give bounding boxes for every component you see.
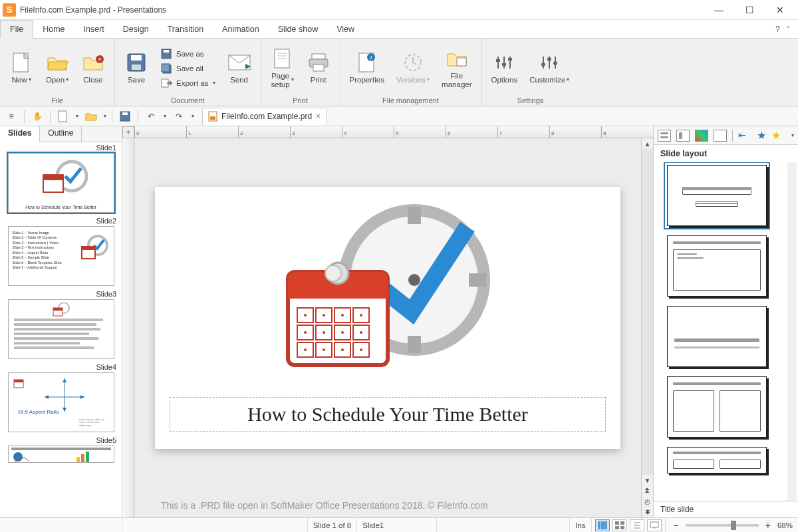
tab-outline[interactable]: Outline <box>40 126 82 142</box>
scroll-down-icon[interactable]: ▼ <box>642 475 653 485</box>
slide-thumb-1[interactable]: Slide1 How to Schedule Your Time Better <box>1 144 120 213</box>
next-slide-icon[interactable]: ⯯ <box>644 507 650 517</box>
customize-button[interactable]: Customize ▾ <box>527 51 572 86</box>
layout-scrollbar[interactable] <box>787 162 797 501</box>
menu-bar: File Home Insert Design Transition Anima… <box>0 20 798 39</box>
status-slide-name: Slide1 <box>357 518 437 532</box>
slide-thumb-2[interactable]: Slide2 Slide 1 – Venue ImageSlide 2 – Ta… <box>1 217 120 286</box>
ruler-origin[interactable]: + <box>122 126 134 138</box>
close-tab-icon[interactable]: × <box>316 112 321 121</box>
svg-point-96 <box>360 348 362 351</box>
ribbon-collapse-icon[interactable]: ˄ <box>787 25 790 33</box>
layout-item-section-header[interactable] <box>667 306 767 367</box>
menu-design[interactable]: Design <box>114 20 158 38</box>
menu-insert[interactable]: Insert <box>74 20 114 38</box>
horizontal-ruler[interactable]: 0123456789 <box>134 126 653 138</box>
ribbon: New▾ Open▾ × Close File Save Save as Sav… <box>0 39 798 106</box>
view-outline-icon[interactable] <box>630 519 644 531</box>
slide-thumb-label: Slide1 <box>1 144 120 153</box>
vertical-scrollbar[interactable]: ▲ ▼ ⯭ ◴ ⯯ <box>641 138 653 517</box>
options-button[interactable]: Options <box>489 51 521 86</box>
status-insert-mode[interactable]: Ins <box>570 518 591 532</box>
menu-transition[interactable]: Transition <box>158 20 213 38</box>
file-manager-button[interactable]: File manager <box>439 47 474 90</box>
document-tab[interactable]: FileInfo.com Example.prd × <box>202 108 327 125</box>
layout-panel-footer: Title slide <box>654 501 798 517</box>
zoom-slider[interactable] <box>686 524 759 527</box>
svg-rect-38 <box>122 112 128 115</box>
slide-title-placeholder[interactable]: How to Schedule Your Time Better <box>170 397 606 432</box>
close-window-button[interactable]: ✕ <box>765 0 795 20</box>
menu-view[interactable]: View <box>327 20 364 38</box>
undo-icon[interactable]: ↶ <box>144 109 158 124</box>
close-doc-button[interactable]: × Close <box>78 51 108 86</box>
zoom-percent[interactable]: 68% <box>777 521 793 529</box>
send-button[interactable]: Send <box>225 51 254 86</box>
minimize-button[interactable]: — <box>704 0 734 20</box>
save-button[interactable]: Save <box>122 51 151 86</box>
save-as-button[interactable]: Save as <box>158 47 218 61</box>
envelope-icon <box>229 52 250 73</box>
ribbon-group-print: Page setup ▾ Print Print <box>261 39 340 106</box>
new-button[interactable]: New▾ <box>7 51 36 86</box>
zoom-out-icon[interactable]: − <box>671 520 682 531</box>
star-blue-icon[interactable]: ★ <box>757 129 766 142</box>
view-normal-icon[interactable] <box>595 519 610 531</box>
layout-item-two-content[interactable] <box>667 376 767 438</box>
redo-icon[interactable]: ↷ <box>172 109 186 124</box>
object-nav-icon[interactable]: ◴ <box>644 496 650 507</box>
view-sorter-icon[interactable] <box>612 519 627 531</box>
layout-tool-2-icon[interactable] <box>676 130 690 142</box>
prev-slide-icon[interactable]: ⯭ <box>644 485 650 496</box>
svg-point-95 <box>341 348 344 351</box>
hamburger-icon[interactable]: ≡ <box>4 109 19 124</box>
slide-thumb-label: Slide5 <box>1 436 120 446</box>
status-slide-count: Slide 1 of 8 <box>308 518 358 532</box>
slide-canvas[interactable]: How to Schedule Your Time Better <box>155 187 620 449</box>
layout-tool-insert-icon[interactable]: ⇤ <box>738 130 751 142</box>
menu-home[interactable]: Home <box>33 20 74 38</box>
hand-tool-icon[interactable]: ✋ <box>30 109 45 124</box>
ribbon-group-label-file: File <box>7 95 108 104</box>
help-icon[interactable]: ? <box>775 25 780 34</box>
save-all-button[interactable]: Save all <box>158 62 218 75</box>
slide-thumb-label: Slide3 <box>1 290 120 299</box>
layout-item-title-content[interactable] <box>667 235 767 297</box>
svg-rect-29 <box>508 58 512 61</box>
menu-file[interactable]: File <box>0 20 33 39</box>
export-as-button[interactable]: Export as ▾ <box>158 76 218 90</box>
svg-rect-66 <box>469 273 486 287</box>
new-doc-icon[interactable] <box>56 109 70 124</box>
layout-item-comparison[interactable] <box>667 447 767 473</box>
layout-tool-blank-icon[interactable] <box>714 130 727 142</box>
page-setup-button[interactable]: Page setup ▾ <box>268 47 297 90</box>
slide-thumb-5[interactable]: Slide5 ⇥ <box>1 436 120 463</box>
maximize-button[interactable]: ☐ <box>734 0 765 20</box>
slide-thumb-3[interactable]: Slide3 <box>1 290 120 359</box>
open-button[interactable]: Open▾ <box>43 51 72 86</box>
print-button[interactable]: Print <box>304 51 333 86</box>
customize-icon <box>539 52 560 73</box>
printer-icon <box>308 52 329 73</box>
layout-item-title-slide[interactable] <box>667 165 767 226</box>
layout-tool-color-icon[interactable] <box>695 130 708 142</box>
menu-slideshow[interactable]: Slide show <box>269 20 327 38</box>
svg-rect-101 <box>615 526 619 529</box>
open-folder-icon[interactable] <box>84 109 98 124</box>
view-slideshow-icon[interactable] <box>647 519 662 531</box>
properties-button[interactable]: i Properties <box>347 51 387 86</box>
vertical-ruler[interactable] <box>122 138 134 517</box>
tab-slides[interactable]: Slides <box>0 126 40 142</box>
slide-artwork <box>268 200 507 373</box>
layout-panel-dropdown-icon[interactable]: ▾ <box>791 132 794 138</box>
versions-button[interactable]: Versions ▾ <box>394 51 432 86</box>
star-gold-icon[interactable]: ★ <box>771 129 781 142</box>
scroll-up-icon[interactable]: ▲ <box>642 138 653 149</box>
layout-tool-1-icon[interactable] <box>658 130 671 142</box>
zoom-in-icon[interactable]: + <box>763 520 773 531</box>
svg-point-58 <box>13 452 23 462</box>
menu-animation[interactable]: Animation <box>213 20 269 38</box>
quick-save-icon[interactable] <box>118 109 132 124</box>
slide-canvas-area[interactable]: How to Schedule Your Time Better This is… <box>134 138 641 517</box>
slide-thumb-4[interactable]: Slide4 16:9 Aspect Ratio Lorem ipsum dol… <box>1 363 120 432</box>
